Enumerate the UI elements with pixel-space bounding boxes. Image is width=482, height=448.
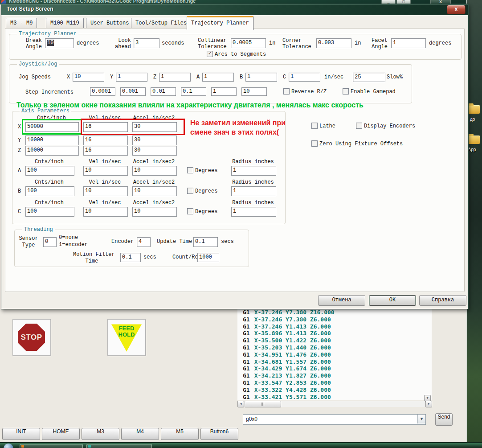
desktop-folder-icon[interactable]: [468, 105, 480, 114]
taskbar-item[interactable]: [20, 444, 83, 448]
abc-accel-field[interactable]: 10: [132, 186, 177, 196]
slow-percent-field[interactable]: 25: [353, 73, 385, 82]
degrees-label: Degrees: [195, 209, 217, 215]
reverse-rz-checkbox[interactable]: [283, 88, 290, 95]
step-increment-field[interactable]: 10: [241, 87, 267, 96]
jog-speed-field[interactable]: 1: [116, 73, 147, 82]
hscroll-thumb[interactable]: [245, 401, 281, 407]
degrees-checkbox[interactable]: [187, 167, 193, 173]
abc-cnts-field[interactable]: 100: [25, 166, 74, 176]
sensor-type-field[interactable]: 0: [43, 237, 57, 247]
degrees-checkbox[interactable]: [187, 188, 193, 194]
motion-filter-field[interactable]: 0.1: [120, 253, 141, 262]
y-cnts-field[interactable]: 10000: [25, 136, 79, 145]
send-button[interactable]: Send: [435, 413, 453, 426]
desktop-folder-label[interactable]: до: [470, 117, 475, 122]
start-orb-icon[interactable]: [4, 444, 13, 448]
lathe-checkbox[interactable]: [311, 123, 318, 129]
vel-header: Vel in/sec: [83, 179, 127, 185]
update-time-field[interactable]: 0.1: [193, 237, 218, 247]
z-cnts-field[interactable]: 10000: [25, 146, 79, 156]
command-input[interactable]: g0x0: [246, 415, 257, 423]
step-increment-field[interactable]: 0.1: [181, 87, 206, 96]
tab-m100-m119[interactable]: M100-M119: [46, 18, 84, 29]
user-button[interactable]: HOME: [42, 428, 80, 440]
user-button[interactable]: M5: [161, 428, 199, 440]
jog-speed-field[interactable]: 1: [245, 73, 277, 82]
jog-speed-field[interactable]: 1: [202, 73, 234, 82]
step-increment-field[interactable]: 1: [211, 87, 237, 96]
tab-m3-m9[interactable]: M3 - M9: [6, 18, 37, 29]
user-button[interactable]: Button6: [200, 428, 238, 440]
taskbar-item[interactable]: [86, 444, 152, 448]
count-rev-field[interactable]: 1000: [197, 253, 219, 262]
collinear-tolerance-field[interactable]: 0.0005: [231, 38, 266, 48]
jog-speed-field[interactable]: 1: [289, 73, 320, 82]
abc-cnts-field[interactable]: 100: [25, 207, 74, 217]
help-button[interactable]: Справка: [419, 295, 466, 306]
gcode-line: G1X-34.213 Y1.827 Z6.000: [237, 372, 432, 379]
axis-y-label: Y: [18, 137, 21, 144]
accel-header: Accel in/sec2: [132, 200, 176, 206]
enable-gamepad-checkbox[interactable]: [343, 88, 349, 95]
degrees-checkbox[interactable]: [187, 208, 193, 214]
step-increment-field[interactable]: 0.0001: [90, 87, 115, 96]
chevron-down-icon[interactable]: ▾: [417, 415, 425, 423]
abc-cnts-field[interactable]: 100: [25, 186, 74, 196]
abc-accel-field[interactable]: 10: [132, 207, 177, 217]
cancel-button[interactable]: Отмена: [318, 295, 365, 306]
z-vel-field[interactable]: 16: [83, 146, 128, 156]
abc-radius-field[interactable]: 1: [231, 166, 276, 176]
y-accel-field[interactable]: 30: [132, 136, 177, 145]
dialog-titlebar[interactable]: Tool Setup Screen X: [1, 4, 468, 15]
abc-vel-field[interactable]: 10: [83, 207, 128, 217]
look-ahead-unit: seconds: [162, 40, 184, 46]
desktop-folder-icon[interactable]: [468, 136, 480, 144]
tab-tool-setup-files[interactable]: Tool/Setup Files: [131, 18, 191, 29]
corner-tolerance-field[interactable]: 0.003: [316, 38, 351, 48]
gcode-list[interactable]: G1X-37.246 Y7.380 Z16.000 G1X-37.246 Y7.…: [237, 309, 432, 400]
jog-axis: B 1: [240, 73, 283, 82]
gcode-args: X-37.246 Y1.413 Z6.000: [254, 323, 331, 330]
jog-speed-field[interactable]: 1: [159, 73, 191, 82]
taskbar[interactable]: [0, 442, 482, 448]
gcode-args: X-35.896 Y1.413 Z6.000: [254, 330, 331, 337]
look-ahead-field[interactable]: 3: [134, 38, 159, 48]
degrees-label: Degrees: [195, 188, 217, 194]
break-angle-field[interactable]: 10: [45, 38, 74, 48]
z-accel-field[interactable]: 30: [132, 146, 177, 156]
tab-trajectory-planner[interactable]: Trajectory Planner: [187, 16, 253, 30]
encoder-field[interactable]: 4: [137, 237, 151, 247]
corner-label-2: Tolerance: [282, 44, 311, 50]
step-increment-field[interactable]: 0.01: [151, 87, 176, 96]
gcode-args: X-34.429 Y1.674 Z6.000: [254, 365, 331, 372]
stop-sign-icon: STOP: [18, 324, 45, 351]
dialog-close-icon[interactable]: X: [447, 5, 466, 14]
stop-button[interactable]: STOP: [12, 319, 51, 356]
motion-filter-label-2: Time: [73, 258, 110, 265]
abc-accel-field[interactable]: 10: [132, 166, 177, 176]
user-button[interactable]: M4: [121, 428, 159, 440]
ok-button[interactable]: OK: [369, 295, 416, 306]
display-encoders-checkbox[interactable]: [356, 123, 362, 129]
y-vel-field[interactable]: 16: [83, 136, 128, 145]
abc-vel-field[interactable]: 10: [83, 186, 128, 196]
abc-vel-field[interactable]: 10: [83, 166, 128, 176]
abc-radius-field[interactable]: 1: [231, 186, 276, 196]
zero-fixture-offsets-checkbox[interactable]: [311, 140, 318, 147]
user-button[interactable]: M3: [82, 428, 119, 440]
display-encoders-label: Display Encoders: [364, 123, 415, 129]
hscroll-left-icon[interactable]: ◄: [237, 401, 244, 407]
jog-speed-field[interactable]: 10: [73, 73, 104, 82]
user-button[interactable]: INIT: [2, 428, 40, 440]
step-increment-field[interactable]: 0.001: [120, 87, 146, 96]
hscroll-right-icon[interactable]: ►: [425, 401, 432, 407]
feed-hold-button[interactable]: FEED HOLD: [107, 319, 146, 356]
tab-user-buttons[interactable]: User Buttons: [86, 18, 133, 29]
red-highlight-box: [81, 119, 185, 135]
facet-angle-field[interactable]: 1: [391, 38, 426, 48]
abc-radius-field[interactable]: 1: [231, 207, 276, 217]
gcode-command-combobox[interactable]: g0x0 ▾: [243, 414, 426, 425]
jog-axis-letter: A: [196, 74, 200, 80]
arcs-to-segments-checkbox[interactable]: ✓: [207, 51, 213, 57]
